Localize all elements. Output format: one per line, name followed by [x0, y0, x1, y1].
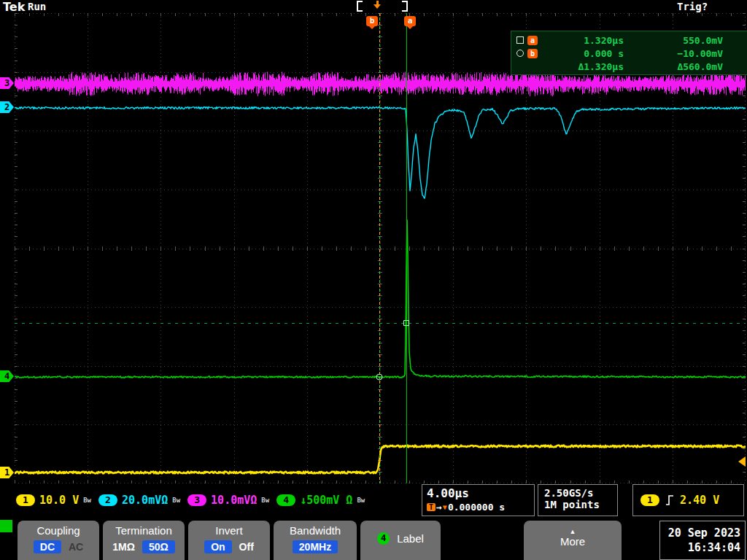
cursor-a-time: 1.320µs	[538, 35, 624, 46]
ch2-scale: 20.0mVΩ	[122, 494, 168, 507]
ch1-bandwidth-limit-icon: Bw	[83, 497, 91, 504]
channel-3-marker[interactable]: 3	[0, 77, 14, 89]
trigger-t-icon: T	[427, 503, 436, 511]
bandwidth-button[interactable]: Bandwidth 20MHz	[274, 521, 357, 560]
channel4-context-square	[0, 520, 12, 532]
cursor-b-volt: −10.00mV	[624, 48, 723, 59]
record-length: 1M points	[544, 499, 611, 510]
waveform-canvas	[15, 13, 746, 483]
trigger-position-icon[interactable]	[372, 1, 382, 9]
ch2-bandwidth-limit-icon: Bw	[172, 497, 180, 504]
invert-on-option[interactable]: On	[204, 540, 231, 553]
cursor-readout-box: a 1.320µs 550.0mV b 0.000 s −10.00mV Δ1.…	[511, 31, 747, 75]
ch2-badge[interactable]: 2	[98, 494, 117, 506]
cursor-delta-volt: Δ560.0mV	[624, 61, 723, 72]
ch1-badge[interactable]: 1	[16, 494, 35, 506]
ch3-scale: 10.0mVΩ	[211, 494, 257, 507]
horizontal-position-row: T→▼0.000000 s	[427, 502, 530, 513]
trigger-position-arrow	[374, 4, 381, 9]
window-bracket-left-icon	[357, 1, 363, 12]
sample-rate: 2.50GS/s	[544, 487, 611, 499]
horizontal-readout-box: 4.00µs T→▼0.000000 s	[422, 484, 535, 516]
circle-cursor-icon	[514, 50, 526, 57]
ch4-badge[interactable]: 4	[276, 494, 295, 506]
invert-off-option[interactable]: Off	[239, 541, 254, 553]
arrow-down-icon: ▼	[443, 503, 447, 511]
termination-1m-option[interactable]: 1MΩ	[112, 541, 135, 553]
cursor-a-readout-row: a 1.320µs 550.0mV	[514, 34, 746, 47]
cursor-b-badge: b	[527, 49, 538, 58]
bandwidth-title: Bandwidth	[274, 524, 357, 537]
soft-menu-bar: Coupling DC AC Termination 1MΩ 50Ω Inver…	[0, 519, 747, 560]
coupling-dc-option[interactable]: DC	[34, 540, 61, 553]
coupling-ac-option[interactable]: AC	[69, 541, 83, 553]
more-up-arrow-icon: ▲	[524, 528, 622, 535]
trigger-level: 2.40 V	[680, 494, 719, 507]
cursor-delta-time: Δ1.320µs	[538, 61, 624, 72]
acquisition-status: Run	[28, 1, 46, 12]
date-value: 20 Sep 2023	[660, 526, 740, 540]
ch4-scale: ↓500mV Ω	[300, 494, 352, 507]
termination-title: Termination	[103, 524, 185, 537]
cursor-b-handle[interactable]: b	[366, 16, 378, 26]
horizontal-scale: 4.00µs	[427, 486, 530, 500]
channel-scale-readouts: 1 10.0 V Bw 2 20.0mVΩ Bw 3 10.0mVΩ Bw 4 …	[16, 483, 368, 517]
label-title: Label	[397, 532, 424, 545]
time-value: 16:34:04	[660, 540, 740, 555]
ch3-badge[interactable]: 3	[187, 494, 206, 506]
more-title: More	[524, 535, 622, 548]
cursor-delta-readout-row: Δ1.320µs Δ560.0mV	[514, 60, 746, 73]
horizontal-position-value: 0.000000 s	[448, 502, 505, 513]
invert-button[interactable]: Invert On Off	[188, 521, 270, 560]
bandwidth-value[interactable]: 20MHz	[293, 540, 338, 553]
channel-4-marker[interactable]: 4	[0, 370, 14, 382]
channel-1-marker[interactable]: 1	[0, 467, 14, 478]
rising-edge-icon	[665, 494, 674, 506]
cursor-a-badge: a	[527, 36, 538, 45]
trigger-status: Trig?	[677, 1, 708, 12]
arrow-right-icon: →	[436, 502, 442, 513]
tek-logo: Tek	[3, 0, 25, 14]
datetime-display: 20 Sep 2023 16:34:04	[659, 521, 746, 560]
acquisition-readout-box: 2.50GS/s 1M points	[538, 484, 618, 516]
more-button[interactable]: ▲ More	[524, 521, 622, 560]
ch3-bandwidth-limit-icon: Bw	[261, 497, 269, 504]
label-button[interactable]: 4 Label	[360, 521, 441, 560]
square-cursor-icon	[514, 36, 526, 44]
ch1-scale: 10.0 V	[39, 494, 79, 507]
channel-2-marker[interactable]: 2	[0, 101, 14, 113]
termination-button[interactable]: Termination 1MΩ 50Ω	[103, 521, 185, 560]
cursor-b-readout-row: b 0.000 s −10.00mV	[514, 47, 746, 60]
readout-strip: 1 10.0 V Bw 2 20.0mVΩ Bw 3 10.0mVΩ Bw 4 …	[0, 483, 747, 519]
cursor-a-volt: 550.0mV	[624, 35, 723, 46]
window-bracket-right-icon	[402, 1, 408, 12]
trigger-source-badge: 1	[640, 494, 659, 506]
ch4-bandwidth-limit-icon: Bw	[357, 497, 365, 504]
cursor-b-time: 0.000 s	[538, 48, 624, 59]
coupling-title: Coupling	[18, 524, 99, 537]
termination-50-option[interactable]: 50Ω	[142, 540, 175, 553]
trigger-readout-box: 1 2.40 V	[632, 484, 744, 516]
label-channel-badge: 4	[377, 532, 390, 545]
invert-title: Invert	[188, 524, 270, 537]
coupling-button[interactable]: Coupling DC AC	[18, 521, 99, 560]
cursor-a-handle[interactable]: a	[404, 16, 416, 26]
